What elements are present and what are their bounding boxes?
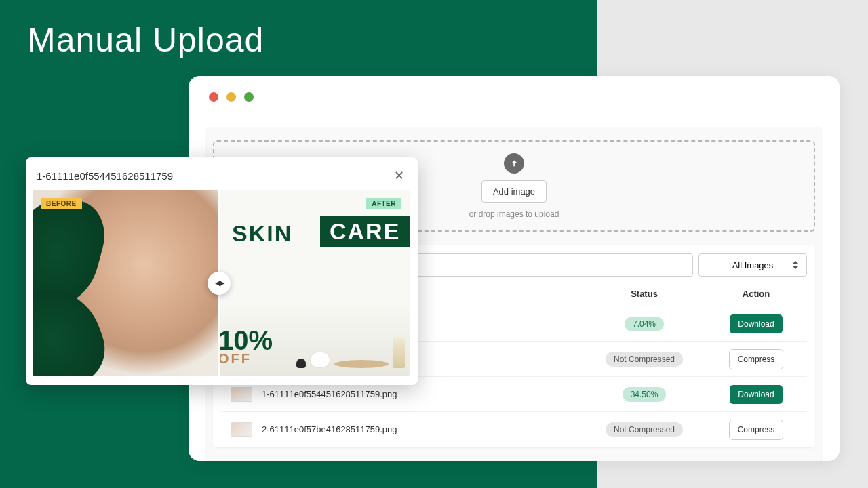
image-name: 1-61111e0f554451628511759.png <box>262 389 583 399</box>
header-status: Status <box>583 289 705 299</box>
compress-button[interactable]: Compress <box>729 420 784 440</box>
before-after-slider[interactable]: SKIN CARE 10% OFF BEFORE AFTER ◀▶ <box>33 190 410 376</box>
before-label: BEFORE <box>41 198 82 209</box>
slider-handle[interactable]: ◀▶ <box>208 272 231 295</box>
close-icon[interactable]: ✕ <box>391 168 407 183</box>
status-badge: Not Compressed <box>606 422 683 437</box>
image-thumbnail[interactable] <box>231 387 252 402</box>
upload-arrow-icon <box>504 153 524 174</box>
compress-button[interactable]: Compress <box>729 349 784 369</box>
minimize-window-icon[interactable] <box>226 92 236 102</box>
ad-text-off: OFF <box>218 351 252 367</box>
preview-header: 1-61111e0f554451628511759 ✕ <box>33 164 411 190</box>
download-button[interactable]: Download <box>730 314 782 333</box>
add-image-button[interactable]: Add image <box>481 180 547 203</box>
header-action: Action <box>705 289 807 299</box>
status-badge: 7.04% <box>625 317 664 331</box>
preview-image-right: SKIN CARE 10% OFF <box>218 190 410 376</box>
table-row: 2-61111e0f57be41628511759.png Not Compre… <box>221 412 807 447</box>
window-controls <box>209 92 254 102</box>
image-preview-modal: 1-61111e0f554451628511759 ✕ SKIN CARE 10… <box>26 157 418 385</box>
status-badge: 34.50% <box>623 387 667 402</box>
filter-select-label: All Images <box>732 260 774 270</box>
dropzone-hint: or drop images to upload <box>469 209 559 219</box>
preview-image-left <box>33 190 218 376</box>
filter-select[interactable]: All Images <box>698 253 807 277</box>
ad-text-skin: SKIN <box>232 220 292 247</box>
after-label: AFTER <box>366 198 401 209</box>
spa-graphic <box>296 338 405 368</box>
image-thumbnail[interactable] <box>231 422 252 437</box>
ad-text-care: CARE <box>320 216 410 247</box>
maximize-window-icon[interactable] <box>244 92 254 102</box>
preview-title: 1-61111e0f554451628511759 <box>37 170 173 182</box>
status-badge: Not Compressed <box>606 352 683 367</box>
close-window-icon[interactable] <box>209 92 218 102</box>
page-title: Manual Upload <box>27 20 264 60</box>
image-name: 2-61111e0f57be41628511759.png <box>262 424 583 434</box>
download-button[interactable]: Download <box>730 385 782 404</box>
